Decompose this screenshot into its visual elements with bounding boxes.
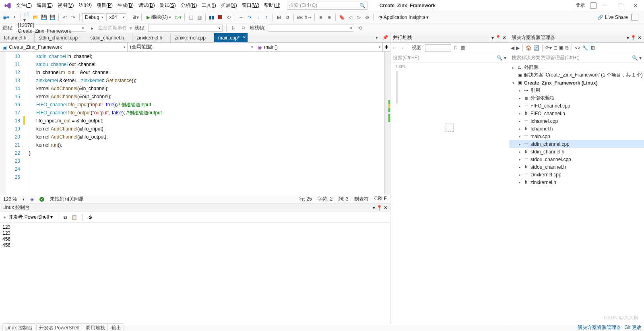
toggle-2-icon[interactable]: ⧉ — [284, 14, 291, 21]
se-refresh-icon[interactable]: ⟳▾ — [545, 45, 552, 51]
ps-pin-icon[interactable]: 📍 — [495, 35, 501, 41]
member-dropdown[interactable]: (全局范围) — [128, 43, 255, 51]
tree-Ichannel.cpp[interactable]: ▸⁺⁺Ichannel.cpp — [509, 117, 644, 125]
step-icon[interactable]: → — [237, 14, 245, 21]
tree-main.cpp[interactable]: ▸⁺⁺main.cpp — [509, 132, 644, 140]
back-icon[interactable]: ◉▾ — [2, 14, 10, 21]
scope-dropdown[interactable]: ▣Create_Zinx_Framework — [0, 43, 128, 51]
tab-Ichannel.h[interactable]: Ichannel.h — [0, 33, 35, 42]
bm-clear-icon[interactable]: ⊘ — [363, 14, 371, 21]
se-copy-icon[interactable]: ⧉ — [565, 45, 569, 51]
menu-编辑(E)[interactable]: 编辑(E) — [34, 0, 55, 10]
undo-icon[interactable]: ↶ — [61, 14, 68, 21]
code-editor[interactable]: 10111213141516171819202122232425 stdin_c… — [0, 52, 390, 195]
stop-icon[interactable] — [217, 14, 224, 21]
ps-search-input[interactable]: 搜索(Ctrl+E)🔍 ▾ — [390, 53, 509, 63]
save-all-icon[interactable]: 💾 — [49, 14, 56, 21]
abc-icon[interactable]: abc — [296, 14, 303, 21]
forward-icon[interactable]: • — [11, 14, 18, 21]
console-pin-icon[interactable]: 📍 — [376, 205, 382, 211]
new-file-icon[interactable]: 📄▾ — [23, 14, 31, 21]
flag-icon[interactable]: ⚐ — [230, 25, 237, 32]
tab-close-icon[interactable]: ✕ — [243, 35, 246, 39]
hex-icon[interactable]: h→ — [305, 14, 312, 21]
zoom-level[interactable]: 122 % — [3, 197, 17, 202]
app-insights-button[interactable]: ◔ Application Insights ▾ — [376, 13, 431, 21]
config-dropdown[interactable]: Debug — [82, 13, 105, 21]
se-collapse-icon[interactable]: ⊟ — [553, 45, 557, 51]
tree-zinxkernel.cpp[interactable]: ▸⁺⁺zinxkernel.cpp — [509, 171, 644, 178]
tab-dropdown-icon[interactable]: ▾ — [373, 34, 380, 41]
tree-外部源[interactable]: ▸🗂外部源 — [509, 64, 644, 71]
tree-stdou_channel.h[interactable]: ▸hstdou_channel.h — [509, 163, 644, 171]
btab-Linux 控制台[interactable]: Linux 控制台 — [2, 323, 35, 331]
se-fwd-icon[interactable]: ▶ — [516, 45, 520, 51]
btab-开发者 PowerShell[interactable]: 开发者 PowerShell — [36, 323, 82, 331]
liveshare-button[interactable]: 🔗 Live Share — [597, 14, 628, 20]
brtab-解决方案资源管理器[interactable]: 解决方案资源管理器 — [578, 324, 621, 331]
console-add-button[interactable]: ＋ 开发者 PowerShell ▾ — [2, 214, 53, 221]
step-out-icon[interactable]: ↑ — [263, 14, 270, 21]
step-into-icon[interactable]: ↓ — [254, 14, 262, 21]
process-dropdown[interactable]: [12078] Create_Zinx_Framework▾ — [16, 25, 86, 32]
se-close-icon[interactable]: ✕ — [638, 35, 642, 41]
lifecycle-icon[interactable]: ▸ — [89, 25, 96, 32]
menu-扩展(X)[interactable]: 扩展(X) — [219, 0, 239, 10]
remote-icon[interactable]: 🖥▾ — [132, 14, 139, 21]
open-icon[interactable]: 📂 — [32, 14, 39, 21]
step-over-icon[interactable]: ↷ — [246, 14, 253, 21]
ps-dropdown-icon[interactable]: ▾ — [491, 35, 494, 41]
ps-grid-icon[interactable]: ▦ — [460, 45, 465, 51]
tree-外部依赖项[interactable]: ▸▦外部依赖项 — [509, 94, 644, 102]
ps-close-icon[interactable]: ✕ — [502, 35, 506, 41]
avatar-icon[interactable] — [631, 14, 638, 21]
btab-调用堆栈[interactable]: 调用堆栈 — [83, 323, 108, 331]
bookmark-icon[interactable]: 🔖 — [338, 14, 345, 21]
console-dropdown-icon[interactable]: ▾ — [373, 205, 375, 211]
redo-icon[interactable]: ↷ — [70, 14, 77, 21]
pause-icon[interactable]: ▮▮ — [208, 14, 215, 21]
nav-add-icon[interactable]: ✚ — [383, 43, 390, 51]
se-showall-icon[interactable]: ▣ — [559, 45, 564, 51]
save-icon[interactable]: 💾 — [40, 14, 47, 21]
tab-stdin_channel.cpp[interactable]: stdin_channel.cpp — [35, 33, 86, 42]
dbg-extra-icon[interactable]: ⟲ — [357, 25, 364, 32]
tab-main.cpp*[interactable]: main.cpp*✕ — [214, 33, 248, 42]
console-close-icon[interactable]: ✕ — [384, 205, 388, 211]
toggle-1-icon[interactable]: ⊞ — [275, 14, 283, 21]
stack-dropdown[interactable]: ▾ — [268, 25, 354, 32]
menu-生成(B)[interactable]: 生成(B) — [115, 0, 136, 10]
minimize-button[interactable]: ─ — [598, 1, 612, 10]
se-home-icon[interactable]: 🏠 — [526, 45, 532, 51]
menu-调试(D)[interactable]: 调试(D) — [136, 0, 157, 10]
solution-tree[interactable]: ▸🗂外部源▣解决方案 'Create_Zinx_Framework' (1 个项… — [509, 63, 644, 324]
console-output[interactable]: 123123456456 — [0, 223, 390, 324]
menu-分析(N)[interactable]: 分析(N) — [178, 0, 200, 10]
tree-FIFO_channel.cpp[interactable]: ▸⁺⁺FIFO_channel.cpp — [509, 102, 644, 110]
tree-stdin_channel.h[interactable]: ▸hstdin_channel.h — [509, 148, 644, 155]
tree-stdin_channel.cpp[interactable]: ▸⁺⁺stdin_channel.cpp — [509, 140, 644, 148]
func-dropdown[interactable]: ◉main() — [255, 43, 383, 51]
build-icon[interactable]: ⬚ — [187, 14, 194, 21]
tree-解决方案 'Create_Zinx_Framework' (1 个项目，共 1 个)[interactable]: ▣解决方案 'Create_Zinx_Framework' (1 个项目，共 1… — [509, 71, 644, 79]
menu-帮助(H)[interactable]: 帮助(H) — [262, 0, 283, 10]
se-back-icon[interactable]: ◀ — [511, 45, 514, 51]
global-search-input[interactable]: 搜索 (Ctrl+Q) 🔍 — [287, 2, 367, 10]
menu-文件(F)[interactable]: 文件(F) — [14, 0, 34, 10]
menu-项目(P)[interactable]: 项目(P) — [94, 0, 115, 10]
platform-dropdown[interactable]: x64 — [106, 13, 126, 21]
flag2-icon[interactable]: ⚐ — [240, 25, 247, 32]
console-copy-icon[interactable]: ⧉ — [64, 215, 67, 220]
menu-工具(I)[interactable]: 工具(I) — [199, 0, 218, 10]
brtab-Git 更改[interactable]: Git 更改 — [624, 324, 642, 331]
run-no-debug-icon[interactable]: ▷▾ — [175, 14, 182, 21]
tree-Ichannel.h[interactable]: ▸hIchannel.h — [509, 125, 644, 132]
restart-icon[interactable]: ⟲ — [225, 14, 232, 21]
close-button[interactable]: ✕ — [629, 1, 642, 10]
se-code-icon[interactable]: <> — [575, 45, 580, 51]
maximize-button[interactable]: ☐ — [613, 1, 627, 10]
health-icon[interactable]: ◈ — [30, 197, 34, 202]
user-icon[interactable] — [590, 2, 597, 9]
btab-输出[interactable]: 输出 — [109, 323, 124, 331]
menu-窗口(W)[interactable]: 窗口(W) — [239, 0, 262, 10]
